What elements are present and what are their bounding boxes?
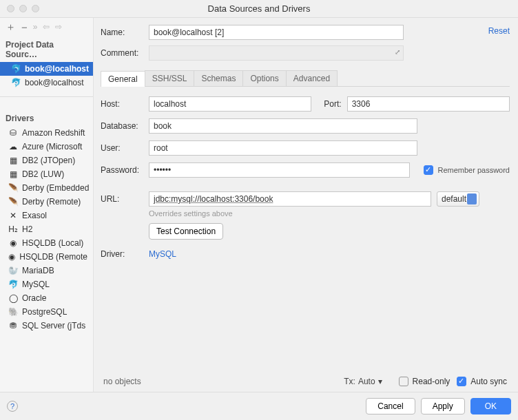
driver-label: DB2 (JTOpen) [22,156,75,165]
readonly-label: Read-only [413,377,450,386]
driver-label: HSQLDB (Remote [19,252,87,262]
comment-label: Comment: [101,48,149,58]
driver-label: SQL Server (jTds [22,321,85,330]
mysql-icon: 🐬 [8,280,18,289]
mariadb-icon: 🦭 [8,266,18,275]
driver-item[interactable]: ⛁Amazon Redshift [0,126,93,140]
data-source-label: book@localhost [25,64,89,74]
driver-item[interactable]: ☁Azure (Microsoft [0,140,93,154]
tab-general[interactable]: General [101,71,145,87]
test-connection-button[interactable]: Test Connection [149,223,223,240]
driver-label: HSQLDB (Local) [22,238,83,248]
exasol-icon: ✕ [8,211,18,220]
drivers-list: ⛁Amazon Redshift ☁Azure (Microsoft ▦DB2 … [0,126,93,337]
minimize-window-icon[interactable] [19,5,27,12]
chevron-down-icon[interactable]: ▾ [378,377,382,386]
driver-label: Derby (Embedded [22,183,89,193]
drivers-header: Drivers [0,109,93,126]
url-mode-value: default [442,194,466,204]
driver-item[interactable]: ◉HSQLDB (Local) [0,236,93,250]
database-label: Database: [101,121,149,131]
driver-label: Driver: [101,249,149,259]
data-sources-tree: 🐬 book@localhost 🐬 book@localhost [0,62,93,94]
driver-link[interactable]: MySQL [149,249,176,259]
url-mode-select[interactable]: default [437,191,479,207]
name-input[interactable] [149,25,404,40]
project-data-sources-header: Project Data Sourc… [0,36,93,62]
reset-link[interactable]: Reset [488,26,510,36]
url-hint: Overrides settings above [149,209,510,218]
driver-item[interactable]: H₂H2 [0,222,93,236]
remember-password-checkbox[interactable] [424,165,433,175]
expand-icon[interactable]: ⤢ [395,48,400,56]
driver-label: Exasol [22,211,47,220]
driver-item[interactable]: 🦭MariaDB [0,264,93,277]
driver-label: PostgreSQL [22,307,67,317]
zoom-window-icon[interactable] [32,5,39,12]
driver-label: MariaDB [22,266,54,275]
tab-options[interactable]: Options [242,70,286,86]
help-button[interactable]: ? [7,401,18,412]
driver-item[interactable]: 🪶Derby (Remote) [0,195,93,209]
hsqldb-icon: ◉ [8,238,18,248]
database-input[interactable] [149,118,417,134]
user-label: User: [101,143,149,153]
add-button[interactable]: ＋ [6,21,16,34]
url-input[interactable] [149,191,431,207]
driver-item[interactable]: ▦DB2 (LUW) [0,167,93,181]
host-input[interactable] [149,96,311,112]
ok-button[interactable]: OK [470,398,511,414]
sidebar-toolbar: ＋ − » ⇦ ⇨ [0,18,93,36]
driver-item[interactable]: 🪶Derby (Embedded [0,181,93,195]
titlebar: Data Sources and Drivers [0,0,518,18]
apply-button[interactable]: Apply [421,398,465,414]
port-input[interactable] [347,96,510,112]
driver-item[interactable]: 🐘PostgreSQL [0,305,93,319]
comment-input[interactable]: ⤢ [149,45,404,61]
readonly-checkbox[interactable] [399,377,408,386]
tx-label: Tx: [344,377,355,386]
driver-item[interactable]: ▦DB2 (JTOpen) [0,154,93,167]
port-label: Port: [324,99,341,109]
driver-label: DB2 (LUW) [22,169,64,179]
tab-advanced[interactable]: Advanced [286,70,338,86]
tab-schemas[interactable]: Schemas [194,70,243,86]
back-icon[interactable]: ⇦ [43,22,50,32]
driver-label: Derby (Remote) [22,197,81,207]
cancel-button[interactable]: Cancel [366,398,415,414]
db2-icon: ▦ [8,156,18,165]
tab-ssh-ssl[interactable]: SSH/SSL [145,70,195,86]
driver-item[interactable]: ✕Exasol [0,209,93,222]
h2-icon: H₂ [8,224,18,234]
main-panel: Reset Name: Comment: ⤢ General SSH/SSL S… [94,18,518,392]
driver-item[interactable]: ◯Oracle [0,291,93,305]
data-source-item[interactable]: 🐬 book@localhost [0,62,93,76]
user-input[interactable] [149,140,417,156]
driver-item[interactable]: 🐬MySQL [0,277,93,291]
db2-icon: ▦ [8,169,18,179]
sidebar: ＋ − » ⇦ ⇨ Project Data Sourc… 🐬 book@loc… [0,18,94,392]
password-input[interactable] [149,162,410,178]
driver-label: MySQL [22,280,50,289]
toolbar-chevrons-icon[interactable]: » [33,22,38,32]
postgresql-icon: 🐘 [8,307,18,317]
sqlserver-icon: ⛃ [8,321,18,330]
mysql-icon: 🐬 [11,78,21,87]
autosync-label: Auto sync [470,377,507,386]
data-source-item[interactable]: 🐬 book@localhost [0,76,93,90]
forward-icon[interactable]: ⇨ [55,22,62,32]
derby-icon: 🪶 [8,197,18,207]
tx-value[interactable]: Auto [358,377,375,386]
driver-label: Azure (Microsoft [22,142,82,151]
derby-icon: 🪶 [8,183,18,193]
password-label: Password: [101,165,149,175]
autosync-checkbox[interactable] [457,377,466,386]
driver-item[interactable]: ◉HSQLDB (Remote [0,250,93,264]
driver-item[interactable]: ⛃SQL Server (jTds [0,319,93,333]
redshift-icon: ⛁ [8,128,18,138]
name-label: Name: [101,28,149,37]
driver-label: H2 [22,224,32,234]
remove-button[interactable]: − [21,21,28,33]
close-window-icon[interactable] [7,5,14,12]
remember-password-label: Remember password [437,166,510,174]
